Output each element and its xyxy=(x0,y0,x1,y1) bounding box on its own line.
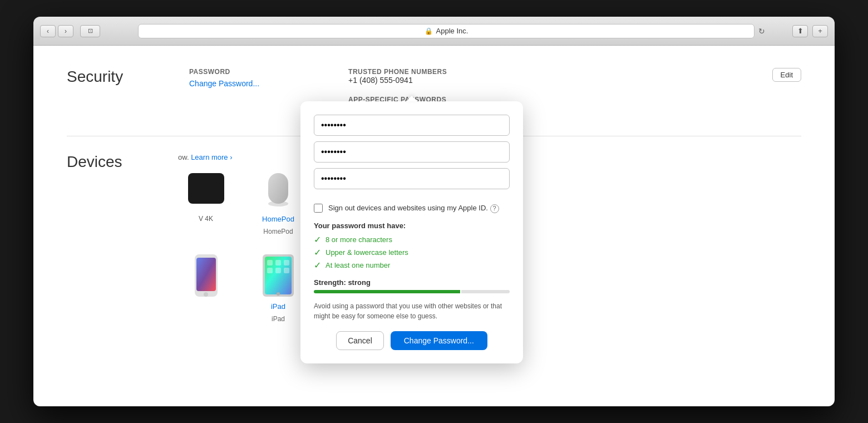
title-bar: ‹ › ⊡ 🔒 Apple Inc. ↻ ⬆ + xyxy=(33,17,835,46)
sign-out-text: Sign out devices and websites using my A… xyxy=(328,203,499,214)
address-text: Apple Inc. xyxy=(436,27,468,35)
strength-empty xyxy=(461,290,510,293)
change-password-button[interactable]: Change Password... xyxy=(391,331,487,350)
req-check-2: ✓ xyxy=(314,247,321,258)
help-icon[interactable]: ? xyxy=(490,204,499,213)
address-bar[interactable]: 🔒 Apple Inc. xyxy=(138,24,754,38)
browser-content: Edit Security PASSWORD Change Password..… xyxy=(33,46,835,406)
new-password-field[interactable] xyxy=(314,141,510,163)
req-text-1: 8 or more characters xyxy=(326,235,392,244)
back-button[interactable]: ‹ xyxy=(40,25,56,37)
req-check-1: ✓ xyxy=(314,234,321,245)
modal-buttons: Cancel Change Password... xyxy=(314,331,510,350)
requirements-title: Your password must have: xyxy=(314,222,510,230)
req-case: ✓ Upper & lowercase letters xyxy=(314,247,510,258)
requirements-section: Your password must have: ✓ 8 or more cha… xyxy=(314,222,510,270)
sign-out-checkbox[interactable] xyxy=(314,204,323,213)
share-button[interactable]: ⬆ xyxy=(792,25,808,37)
req-text-3: At least one number xyxy=(326,261,390,269)
lock-icon: 🔒 xyxy=(425,27,433,35)
sign-out-label: Sign out devices and websites using my A… xyxy=(328,204,488,212)
req-text-2: Upper & lowercase letters xyxy=(326,248,408,257)
change-password-modal: Sign out devices and websites using my A… xyxy=(300,101,523,363)
strength-label: Strength: strong xyxy=(314,278,510,287)
req-characters: ✓ 8 or more characters xyxy=(314,234,510,245)
modal-overlay: Sign out devices and websites using my A… xyxy=(33,46,835,406)
req-check-3: ✓ xyxy=(314,260,321,270)
add-tab-button[interactable]: + xyxy=(812,25,828,37)
toolbar-right: ⬆ + xyxy=(792,25,828,37)
strength-fill xyxy=(314,290,460,293)
strength-bar xyxy=(314,290,510,293)
current-password-field[interactable] xyxy=(314,115,510,136)
refresh-button[interactable]: ↻ xyxy=(756,25,768,37)
mac-window: ‹ › ⊡ 🔒 Apple Inc. ↻ ⬆ + Edit Security P… xyxy=(33,17,835,406)
forward-button[interactable]: › xyxy=(58,25,73,37)
req-number: ✓ At least one number xyxy=(314,260,510,270)
sidebar-button[interactable]: ⊡ xyxy=(80,25,100,37)
nav-buttons: ‹ › xyxy=(40,25,73,37)
sign-out-row: Sign out devices and websites using my A… xyxy=(314,203,510,214)
avoid-text: Avoid using a password that you use with… xyxy=(314,301,510,321)
strength-section: Strength: strong xyxy=(314,278,510,293)
cancel-button[interactable]: Cancel xyxy=(336,331,384,350)
confirm-password-field[interactable] xyxy=(314,168,510,189)
